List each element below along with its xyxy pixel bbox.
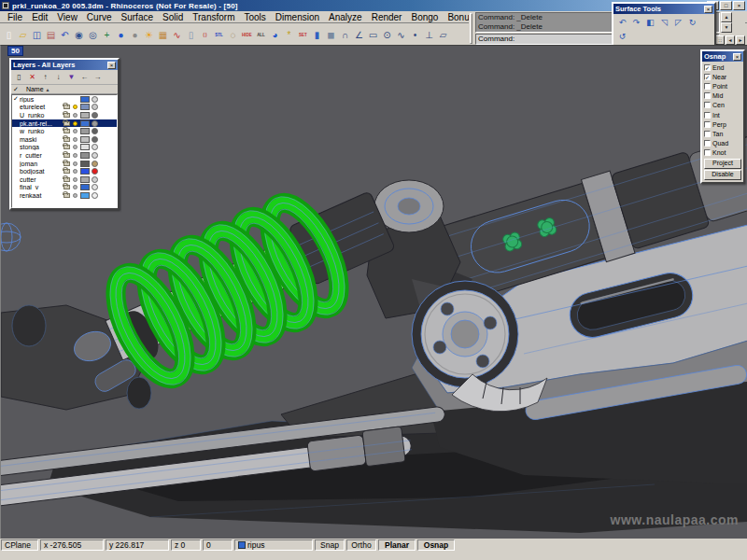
layer-color-swatch[interactable] (80, 152, 90, 159)
material-swatch[interactable] (92, 112, 98, 119)
match-surface-icon[interactable]: ↺ (615, 30, 629, 44)
bulb-icon[interactable] (73, 97, 78, 102)
toggle-osnap[interactable]: Osnap (417, 539, 455, 551)
layer-color-swatch[interactable] (80, 168, 90, 175)
background-image-icon[interactable]: ▦ (156, 27, 170, 43)
collapse-icon[interactable]: ← (78, 71, 91, 83)
expand-icon[interactable]: → (92, 71, 104, 83)
lock-icon[interactable] (63, 169, 70, 174)
pan-view-icon[interactable]: + (100, 27, 114, 43)
osnap-tan[interactable]: Tan (704, 129, 741, 138)
open-file-icon[interactable]: ▱ (16, 27, 30, 43)
menu-surface[interactable]: Surface (117, 12, 158, 22)
stl-export-icon[interactable]: STL (212, 27, 226, 43)
close-icon[interactable]: × (107, 62, 116, 69)
parentheses-icon[interactable]: ( ) (198, 27, 212, 43)
arc-icon[interactable]: ∩ (338, 27, 352, 43)
osnap-mid[interactable]: Mid (704, 91, 741, 101)
disable-button[interactable]: Disable (704, 170, 741, 180)
rectangle-icon[interactable]: ▭ (366, 27, 380, 43)
patch-surface-icon[interactable]: ◸ (671, 16, 685, 30)
material-swatch[interactable] (92, 152, 98, 159)
show-all-icon[interactable]: ALL (254, 27, 268, 43)
layer-color-swatch[interactable] (80, 176, 90, 183)
layer-row[interactable]: renkaat (12, 191, 117, 200)
lock-icon[interactable] (63, 105, 70, 109)
scroll-down-icon[interactable]: ▼ (721, 22, 732, 33)
menu-solid[interactable]: Solid (158, 12, 188, 22)
layer-color-swatch[interactable] (80, 136, 90, 143)
material-swatch[interactable] (92, 96, 98, 103)
plane-icon[interactable]: ▱ (436, 27, 450, 43)
osnap-titlebar[interactable]: Osnap × (702, 51, 743, 62)
close-button[interactable]: × (733, 1, 745, 10)
bulb-icon[interactable] (73, 129, 78, 133)
record-history-icon[interactable]: ◌ (226, 27, 240, 43)
sun-icon[interactable]: ☀ (142, 27, 156, 43)
layer-row[interactable]: U_runko (12, 111, 117, 119)
dock-left-icon[interactable]: ◄ (726, 35, 735, 45)
scroll-up-icon[interactable]: ▲ (721, 12, 732, 22)
layer-row[interactable]: cutter (12, 175, 117, 184)
material-swatch[interactable] (92, 128, 98, 134)
hide-objects-icon[interactable]: HIDE (240, 27, 254, 43)
material-swatch[interactable] (92, 161, 98, 167)
point-icon[interactable]: • (408, 27, 422, 43)
bulb-icon[interactable] (73, 105, 78, 109)
layer-color-swatch[interactable] (80, 144, 90, 150)
layer-color-swatch[interactable] (80, 120, 90, 127)
layer-color-swatch[interactable] (80, 184, 90, 190)
print-icon[interactable]: ▤ (44, 27, 58, 43)
layer-row[interactable]: joman (12, 160, 117, 168)
bulb-icon[interactable] (73, 161, 78, 166)
box-icon[interactable]: ◼ (324, 27, 338, 43)
bulb-icon[interactable] (73, 193, 78, 198)
bulb-icon[interactable] (73, 121, 78, 126)
menu-curve[interactable]: Curve (82, 12, 117, 22)
material-swatch[interactable] (92, 192, 98, 199)
move-layer-down-icon[interactable]: ↓ (52, 71, 64, 83)
toggle-snap[interactable]: Snap (315, 539, 345, 551)
bulb-icon[interactable] (73, 113, 78, 118)
page-layout-icon[interactable]: ▯ (184, 27, 198, 43)
menu-view[interactable]: View (52, 12, 82, 22)
set-view-icon[interactable]: SET (296, 27, 310, 43)
cylinder-icon[interactable]: ▮ (310, 27, 324, 43)
layer-row[interactable]: maski (12, 135, 117, 144)
lock-icon[interactable] (63, 177, 70, 182)
zoom-extents-icon[interactable]: ◎ (86, 27, 100, 43)
material-swatch[interactable] (92, 176, 98, 183)
bulb-icon[interactable] (73, 153, 78, 158)
shaded-sphere-icon[interactable]: ● (128, 27, 142, 43)
lock-icon[interactable] (63, 113, 70, 118)
lock-icon[interactable] (63, 121, 70, 126)
lock-icon[interactable] (63, 137, 70, 142)
material-swatch[interactable] (92, 168, 98, 175)
layer-row[interactable]: final_v (12, 184, 117, 192)
perpendicular-icon[interactable]: ⊥ (422, 27, 436, 43)
menu-transform[interactable]: Transform (188, 12, 239, 22)
extend-surface-icon[interactable]: ↶ (615, 16, 629, 30)
surface-tools-titlebar[interactable]: Surface Tools × (613, 4, 714, 14)
osnap-near[interactable]: ✓Near (704, 72, 741, 81)
lock-icon[interactable] (63, 185, 70, 189)
osnap-end[interactable]: ✓End (704, 63, 741, 72)
osnap-perp[interactable]: Perp (704, 119, 741, 129)
close-icon[interactable]: × (733, 53, 741, 61)
layer-row[interactable]: pk.ant-rel... (12, 119, 117, 128)
new-layer-icon[interactable]: ▯ (13, 71, 25, 83)
osnap-quad[interactable]: Quad (704, 139, 741, 148)
material-swatch[interactable] (92, 120, 98, 127)
menu-file[interactable]: File (3, 12, 27, 22)
polyline-icon[interactable]: ∠ (352, 27, 366, 43)
viewport-tab[interactable]: 50 (7, 46, 23, 56)
project-button[interactable]: Project (704, 159, 741, 169)
material-swatch[interactable] (92, 104, 98, 110)
menu-bongo[interactable]: Bongo (406, 12, 443, 22)
toggle-planar[interactable]: Planar (378, 539, 416, 551)
layers-header[interactable]: ✓ Name ▲ (11, 85, 118, 94)
osnap-cen[interactable]: Cen (704, 101, 741, 110)
layer-row[interactable]: stonga (12, 144, 117, 152)
layer-color-swatch[interactable] (80, 192, 90, 199)
layers-titlebar[interactable]: Layers - All Layers × (11, 60, 118, 70)
